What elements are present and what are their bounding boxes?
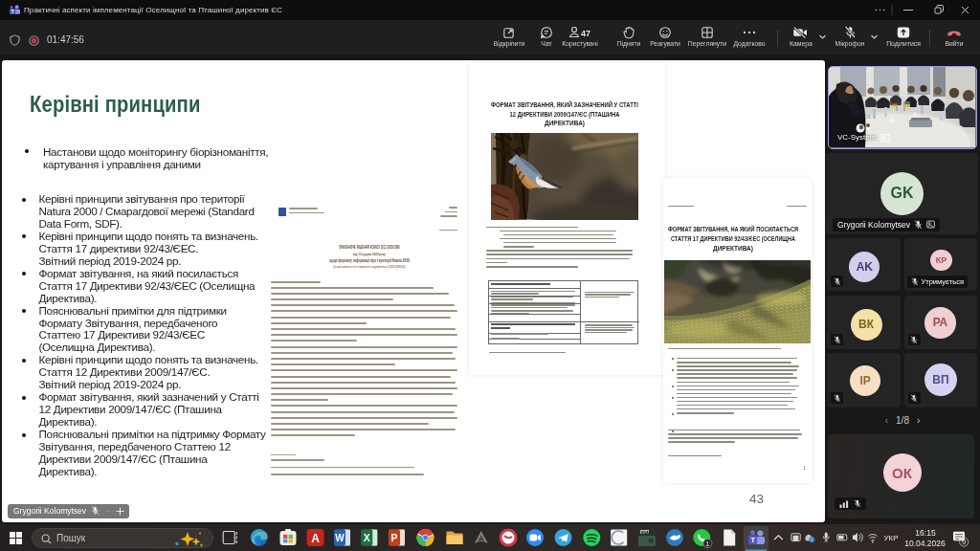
- svg-text:ДИРЕКТИВА): ДИРЕКТИВА): [545, 119, 585, 127]
- svg-text:1: 1: [705, 540, 709, 547]
- svg-text:47: 47: [581, 29, 590, 38]
- svg-text:16:15: 16:15: [915, 528, 936, 538]
- svg-text:10.04.2026: 10.04.2026: [904, 539, 946, 548]
- svg-text:УКР: УКР: [884, 534, 899, 542]
- svg-text:12 ДИРЕКТИВИ 2009/147/ЄС (ПТАШ: 12 ДИРЕКТИВИ 2009/147/ЄС (ПТАШИНА: [510, 110, 620, 119]
- svg-text:ДИРЕКТИВА): ДИРЕКТИВА): [713, 245, 753, 253]
- svg-text:T: T: [750, 536, 755, 544]
- svg-text:СТАТТЯ 17 ДИРЕКТИВИ 92/43/ЄЕС: СТАТТЯ 17 ДИРЕКТИВИ 92/43/ЄЕС (ОСЕЛИЩНА: [671, 235, 795, 243]
- svg-text:X: X: [364, 532, 370, 543]
- svg-text:ФОРМАТ ЗВІТУВАННЯ, НА ЯКИЙ ПОС: ФОРМАТ ЗВІТУВАННЯ, НА ЯКИЙ ПОСИЛАЄТЬСЯ: [668, 225, 798, 233]
- svg-text:A: A: [311, 532, 320, 545]
- svg-text:щодо формату інформації про те: щодо формату інформації про території Na…: [329, 257, 410, 263]
- svg-text:ФОРМАТ ЗВІТУВАННЯ, ЯКИЙ ЗАЗНАЧ: ФОРМАТ ЗВІТУВАННЯ, ЯКИЙ ЗАЗНАЧЕНИЙ У СТА…: [491, 100, 638, 109]
- svg-text:P: P: [390, 532, 397, 543]
- svg-text:W: W: [335, 533, 345, 543]
- svg-text:9: 9: [962, 538, 966, 546]
- svg-text:від 13 грудня 2023 року: від 13 грудня 2023 року: [353, 252, 386, 256]
- svg-text:T: T: [11, 9, 15, 14]
- svg-text:SNAP: SNAP: [641, 530, 652, 535]
- svg-text:(повідомлено під номером докум: (повідомлено під номером документа C(202…: [334, 264, 406, 269]
- svg-text:ВИКОНАВЧЕ РІШЕННЯ КОМІСІЇ (ЄС): ВИКОНАВЧЕ РІШЕННЯ КОМІСІЇ (ЄС) 2023/1886: [340, 244, 400, 250]
